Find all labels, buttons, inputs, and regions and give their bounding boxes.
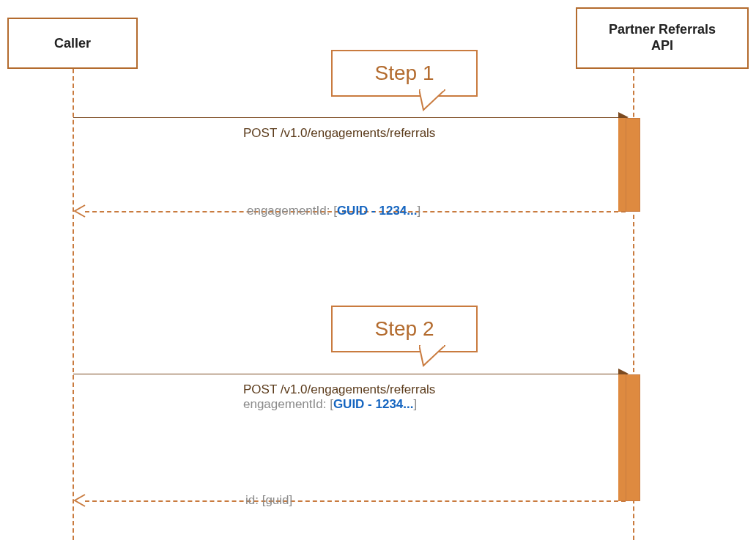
lifeline-caller — [73, 69, 74, 540]
msg-step1-request-line — [73, 117, 619, 118]
speech-tail-icon — [419, 89, 445, 111]
msg-step2-request-line — [73, 374, 619, 374]
msg-step2-request-label: POST /v1.0/engagements/referrals engagem… — [243, 382, 435, 412]
sequence-diagram: Caller Partner Referrals API Step 1 POST… — [0, 0, 756, 540]
participant-caller: Caller — [7, 18, 138, 69]
callout-step2: Step 2 — [331, 306, 478, 352]
participant-api-label-1: Partner Referrals — [609, 22, 716, 38]
participant-api: Partner Referrals API — [576, 7, 749, 69]
activation-rim — [618, 374, 626, 501]
activation-step1 — [626, 118, 640, 212]
msg-step2-response-line — [85, 500, 626, 502]
msg-step1-request-label: POST /v1.0/engagements/referrals — [243, 126, 435, 141]
callout-step1: Step 1 — [331, 50, 478, 97]
callout-step1-label: Step 1 — [375, 62, 434, 84]
participant-api-label-2: API — [609, 38, 716, 54]
svg-marker-0 — [419, 89, 445, 110]
msg-step2-response-label: id: [guid] — [245, 493, 292, 508]
participant-caller-label: Caller — [54, 36, 91, 51]
msg-step1-response-label: engagementId: [GUID - 1234...] — [247, 204, 420, 218]
svg-marker-2 — [419, 345, 445, 366]
activation-rim — [618, 118, 626, 212]
callout-step2-label: Step 2 — [375, 317, 434, 340]
activation-step2 — [626, 374, 640, 501]
speech-tail-icon — [419, 345, 445, 367]
